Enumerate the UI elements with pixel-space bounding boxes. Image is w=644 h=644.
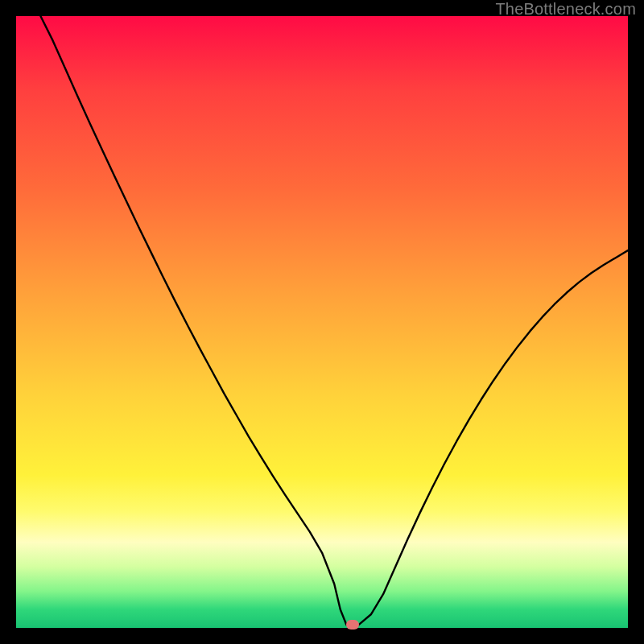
- marker-dot: [346, 620, 359, 630]
- bottleneck-curve: [16, 16, 628, 628]
- plot-area: [16, 16, 628, 628]
- chart-container: TheBottleneck.com: [0, 0, 644, 644]
